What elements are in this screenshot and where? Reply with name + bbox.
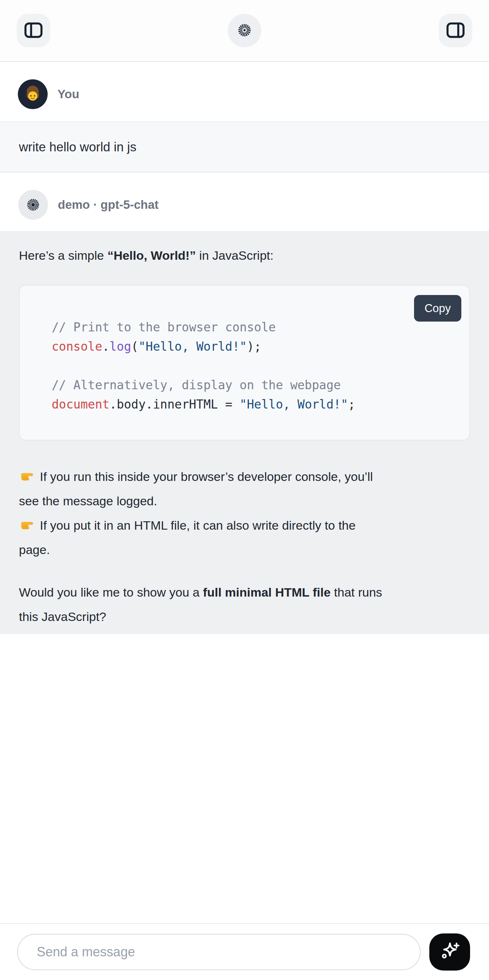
user-message: write hello world in js (0, 121, 489, 172)
model-button[interactable] (228, 14, 261, 47)
top-bar (0, 0, 489, 62)
assistant-tips-paragraph: If you run this inside your browser’s de… (19, 465, 470, 562)
assistant-followup-question: Would you like me to show you a full min… (19, 580, 470, 629)
user-sender-row: You (0, 62, 489, 121)
starburst-icon (235, 21, 254, 41)
user-avatar (18, 79, 48, 109)
panel-right-icon (446, 21, 465, 41)
sparkle-icon (438, 940, 461, 964)
sidebar-toggle-button[interactable] (17, 14, 50, 47)
assistant-avatar-starburst (18, 190, 48, 220)
code-block: Copy // Print to the browser consolecons… (19, 285, 470, 441)
copy-button[interactable]: Copy (414, 295, 461, 321)
user-sender-name: You (57, 87, 79, 101)
user-message-text: write hello world in js (19, 140, 137, 154)
composer-bar (0, 923, 489, 980)
assistant-sender-row: demo · gpt-5-chat (0, 172, 489, 231)
message-input[interactable] (17, 934, 421, 970)
user-turn: You write hello world in js (0, 62, 489, 172)
assistant-sender-name: demo · gpt-5-chat (58, 198, 159, 212)
assistant-intro-text: Here’s a simple “Hello, World!” in JavaS… (19, 247, 470, 264)
assistant-message: Here’s a simple “Hello, World!” in JavaS… (0, 231, 489, 634)
assistant-turn: demo · gpt-5-chat Here’s a simple “Hello… (0, 172, 489, 634)
code-content: // Print to the browser consoleconsole.l… (52, 318, 459, 414)
panel-left-icon (24, 21, 43, 41)
pointing-right-icon (19, 516, 34, 531)
send-button[interactable] (429, 934, 470, 970)
right-panel-toggle-button[interactable] (439, 14, 472, 47)
pointing-right-icon (19, 467, 34, 482)
